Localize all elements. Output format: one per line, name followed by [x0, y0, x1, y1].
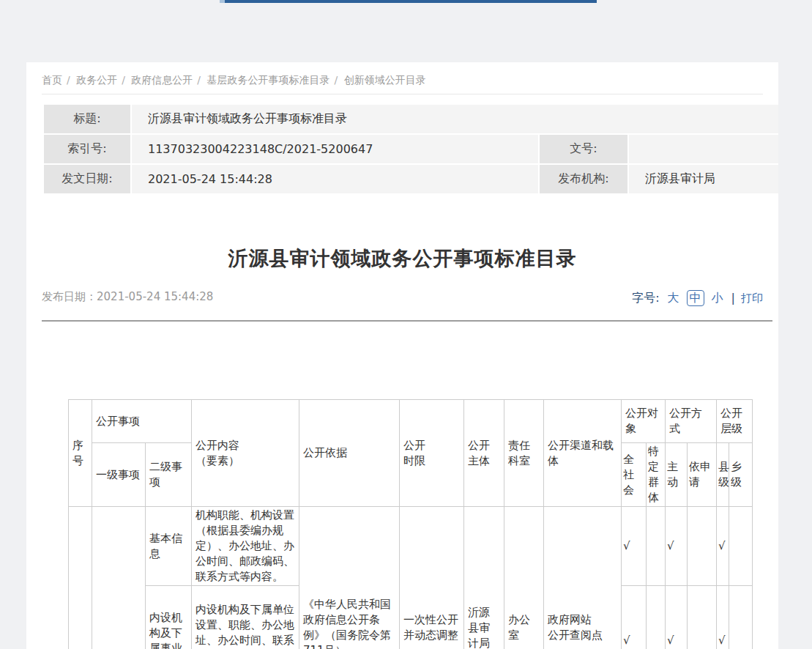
controls-divider: |	[731, 291, 735, 305]
cell-erji: 内设机构及下属事业单位	[146, 586, 192, 649]
publish-date-label: 发布日期：	[42, 290, 97, 303]
cell-yiji	[92, 507, 146, 649]
col-header-yiji: 一级事项	[92, 443, 146, 507]
cell-neirong: 内设机构及下属单位设置、职能、办公地址、办公时间、联系方式、负责人姓名等内容。	[192, 586, 299, 649]
breadcrumb-item-zwgk[interactable]: 政务公开	[76, 74, 117, 86]
cell-check-zhudong: √	[666, 586, 688, 649]
meta-docnum-value	[629, 135, 778, 163]
breadcrumb-item-catalog[interactable]: 基层政务公开事项标准目录	[207, 74, 330, 86]
cell-zhuti: 沂源县审计局	[464, 507, 504, 649]
cell-shixian: 一次性公开并动态调整	[400, 507, 464, 649]
meta-agency-value: 沂源县审计局	[629, 165, 778, 193]
col-header-xianji: 县级	[717, 443, 729, 507]
table-row: 基本信息 机构职能、机构设置（根据县委编办规定）、办公地址、办公时间、邮政编码、…	[69, 507, 753, 586]
cell-check-quanshehui: √	[622, 586, 647, 649]
page: 首页/ 政务公开/ 政府信息公开/ 基层政务公开事项标准目录/ 创新领域公开目录…	[0, 0, 812, 649]
font-size-large-button[interactable]: 大	[668, 291, 679, 305]
meta-date-label: 发文日期:	[44, 165, 130, 193]
col-header-qudao: 公开渠道和载体	[544, 400, 622, 507]
meta-title-label: 标题:	[44, 105, 130, 133]
breadcrumb-divider	[42, 94, 763, 94]
col-header-xiangji: 乡级	[729, 443, 753, 507]
meta-row-title: 标题: 沂源县审计领域政务公开事项标准目录	[44, 105, 778, 133]
cell-check-teding	[647, 586, 666, 649]
meta-date-value: 2021-05-24 15:44:28	[132, 165, 538, 193]
meta-row-index: 索引号: 11370323004223148C/2021-5200647 文号:	[44, 135, 778, 163]
font-size-label: 字号:	[632, 291, 659, 305]
breadcrumb-separator: /	[122, 74, 125, 86]
cell-erji: 基本信息	[146, 507, 192, 586]
breadcrumb-item-info[interactable]: 政府信息公开	[131, 74, 193, 86]
cell-check-yishenqing	[688, 586, 717, 649]
content-divider	[42, 320, 772, 322]
col-header-zhudong: 主动	[666, 443, 688, 507]
print-button[interactable]: 打印	[741, 292, 763, 305]
col-header-duixiang: 公开对象	[622, 400, 666, 443]
col-header-shixian: 公开 时限	[400, 400, 464, 507]
meta-docnum-label: 文号:	[540, 135, 627, 163]
col-header-cengji: 公开 层级	[717, 400, 753, 443]
col-header-yiju: 公开依据	[299, 400, 400, 507]
cell-check-xianji: √	[717, 507, 729, 586]
breadcrumb-separator: /	[67, 74, 70, 86]
font-size-medium-button[interactable]: 中	[687, 290, 704, 306]
col-header-neirong: 公开内容 （要素）	[192, 400, 299, 507]
col-header-quanshehui: 全社会	[622, 443, 647, 507]
font-size-controls: 字号:大中小|打印	[632, 290, 763, 306]
top-nav-bar	[225, 0, 597, 3]
cell-check-zhudong: √	[666, 507, 688, 586]
meta-index-value: 11370323004223148C/2021-5200647	[132, 135, 538, 163]
cell-xuhao	[69, 507, 92, 649]
col-header-keshi: 责任科室	[504, 400, 544, 507]
breadcrumb-item-current[interactable]: 创新领域公开目录	[344, 74, 426, 86]
cell-check-xianji: √	[717, 586, 729, 649]
publish-date-value: 2021-05-24 15:44:28	[97, 290, 213, 303]
catalog-table-wrapper: 序号 公开事项 公开内容 （要素） 公开依据 公开 时限 公开 主体 责任科室 …	[68, 399, 753, 649]
publish-row: 发布日期：2021-05-24 15:44:28 字号:大中小|打印	[42, 290, 763, 306]
catalog-table: 序号 公开事项 公开内容 （要素） 公开依据 公开 时限 公开 主体 责任科室 …	[68, 399, 753, 649]
meta-row-date: 发文日期: 2021-05-24 15:44:28 发布机构: 沂源县审计局	[44, 165, 778, 193]
col-header-xuhao: 序号	[69, 400, 92, 507]
meta-title-value: 沂源县审计领域政务公开事项标准目录	[132, 105, 778, 133]
cell-check-quanshehui: √	[622, 507, 647, 586]
col-header-erji: 二级事项	[146, 443, 192, 507]
breadcrumb-separator: /	[335, 74, 338, 86]
cell-keshi: 办公室	[504, 507, 544, 649]
header-row-group: 序号 公开事项 公开内容 （要素） 公开依据 公开 时限 公开 主体 责任科室 …	[69, 400, 753, 443]
publish-date: 发布日期：2021-05-24 15:44:28	[42, 290, 213, 304]
font-size-small-button[interactable]: 小	[712, 291, 723, 305]
cell-qudao: 政府网站 公开查阅点	[544, 507, 622, 649]
cell-check-xiangji	[729, 586, 753, 649]
cell-neirong: 机构职能、机构设置（根据县委编办规定）、办公地址、办公时间、邮政编码、联系方式等…	[192, 507, 299, 586]
meta-index-label: 索引号:	[44, 135, 130, 163]
col-header-yishenqing: 依申请	[688, 443, 717, 507]
breadcrumb-separator: /	[197, 74, 201, 86]
col-header-fangshi: 公开方式	[666, 400, 717, 443]
col-header-gongkai-shixiang: 公开事项	[92, 400, 192, 443]
cell-check-xiangji	[729, 507, 753, 586]
cell-yiju: 《中华人民共和国政府信息公开条例》（国务院令第711号）	[299, 507, 400, 649]
content-card: 首页/ 政务公开/ 政府信息公开/ 基层政务公开事项标准目录/ 创新领域公开目录…	[26, 62, 778, 649]
meta-agency-label: 发布机构:	[540, 165, 627, 193]
breadcrumb: 首页/ 政务公开/ 政府信息公开/ 基层政务公开事项标准目录/ 创新领域公开目录	[42, 74, 429, 87]
document-meta-table: 标题: 沂源县审计领域政务公开事项标准目录 索引号: 1137032300422…	[42, 103, 778, 195]
breadcrumb-item-home[interactable]: 首页	[42, 74, 62, 86]
page-title: 沂源县审计领域政务公开事项标准目录	[26, 245, 778, 272]
cell-check-yishenqing	[688, 507, 717, 586]
cell-check-teding	[647, 507, 666, 586]
col-header-teding: 特定群体	[647, 443, 666, 507]
col-header-zhuti: 公开 主体	[464, 400, 504, 507]
